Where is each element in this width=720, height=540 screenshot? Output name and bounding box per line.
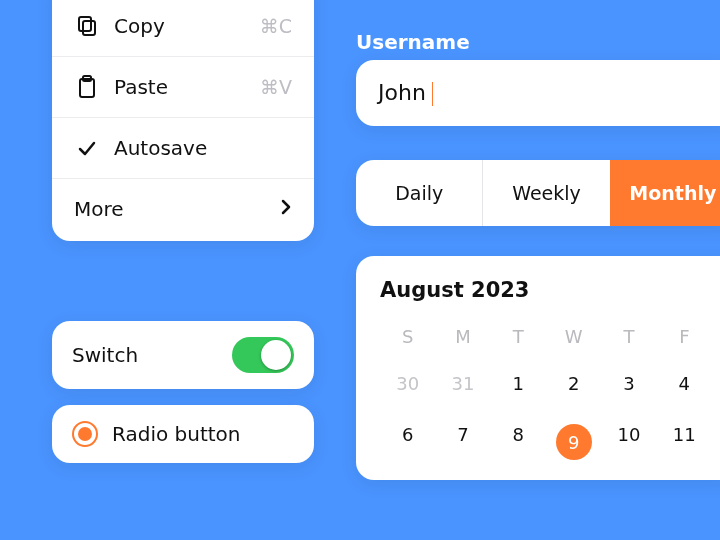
calendar-day-selected[interactable]: 9 — [546, 414, 601, 470]
paste-icon — [74, 75, 100, 99]
segment-monthly[interactable]: Monthly — [610, 160, 720, 226]
radio-label: Radio button — [112, 422, 241, 446]
dow-label: S — [380, 320, 435, 353]
calendar-day[interactable]: 1 — [491, 363, 546, 404]
dow-label: F — [657, 320, 712, 353]
calendar: August 2023 S M T W T F 30 31 1 2 3 4 6 … — [356, 256, 720, 480]
menu-item-paste[interactable]: Paste ⌘V — [52, 57, 314, 118]
switch-row: Switch — [52, 321, 314, 389]
menu-item-more[interactable]: More — [52, 179, 314, 241]
menu-item-autosave[interactable]: Autosave — [52, 118, 314, 179]
username-input[interactable]: John — [356, 60, 720, 126]
switch-label: Switch — [72, 343, 138, 367]
calendar-title: August 2023 — [380, 278, 712, 302]
segment-daily[interactable]: Daily — [356, 160, 482, 226]
username-label: Username — [356, 30, 470, 54]
dow-label: M — [435, 320, 490, 353]
svg-rect-1 — [79, 17, 91, 31]
calendar-grid: S M T W T F 30 31 1 2 3 4 6 7 8 9 10 11 — [380, 320, 712, 470]
calendar-day[interactable]: 4 — [657, 363, 712, 404]
calendar-day[interactable]: 3 — [601, 363, 656, 404]
radio-icon — [72, 421, 98, 447]
calendar-day[interactable]: 11 — [657, 414, 712, 470]
calendar-day[interactable]: 10 — [601, 414, 656, 470]
check-icon — [74, 138, 100, 158]
shortcut-text: ⌘V — [260, 76, 292, 98]
calendar-day[interactable]: 8 — [491, 414, 546, 470]
text-cursor — [432, 82, 433, 106]
menu-item-label: More — [74, 197, 280, 221]
menu-item-label: Autosave — [114, 136, 292, 160]
svg-rect-0 — [83, 21, 95, 35]
radio-row[interactable]: Radio button — [52, 405, 314, 463]
calendar-day[interactable]: 6 — [380, 414, 435, 470]
segment-weekly[interactable]: Weekly — [482, 160, 609, 226]
dow-label: T — [601, 320, 656, 353]
menu-item-label: Copy — [114, 14, 260, 38]
calendar-day[interactable]: 2 — [546, 363, 601, 404]
menu-item-label: Paste — [114, 75, 260, 99]
calendar-day[interactable]: 7 — [435, 414, 490, 470]
copy-icon — [74, 15, 100, 37]
switch-knob — [261, 340, 291, 370]
calendar-day[interactable]: 30 — [380, 363, 435, 404]
switch-toggle[interactable] — [232, 337, 294, 373]
dow-label: T — [491, 320, 546, 353]
dow-label: W — [546, 320, 601, 353]
shortcut-text: ⌘C — [260, 15, 292, 37]
username-value: John — [378, 80, 426, 105]
context-menu: Copy ⌘C Paste ⌘V Autosave More — [52, 0, 314, 241]
menu-item-copy[interactable]: Copy ⌘C — [52, 0, 314, 57]
calendar-day[interactable]: 31 — [435, 363, 490, 404]
segmented-control: Daily Weekly Monthly — [356, 160, 720, 226]
chevron-right-icon — [280, 197, 292, 221]
